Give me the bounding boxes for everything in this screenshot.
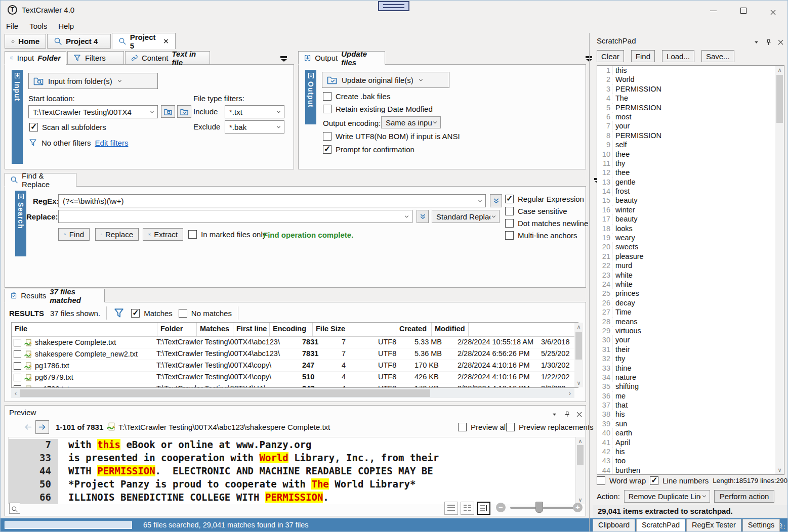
row-checkbox[interactable] [14, 385, 21, 388]
checkbox-icon[interactable] [650, 476, 658, 485]
tab-settings[interactable]: Settings [742, 519, 780, 532]
include-filter-combobox[interactable]: *.txt [225, 105, 284, 118]
regex-expand-button[interactable] [490, 194, 502, 207]
preview-close-icon[interactable] [575, 409, 583, 418]
checkbox-icon[interactable] [323, 145, 331, 154]
close-button[interactable] [762, 3, 784, 18]
verify-folder-button[interactable] [177, 105, 191, 118]
scratchpad-caret-icon[interactable] [753, 37, 760, 46]
results-horizontal-scrollbar[interactable]: ‹ › [11, 388, 574, 398]
panel-divider[interactable] [589, 33, 590, 531]
search-option-checkbox[interactable]: Regular Expression [505, 195, 588, 203]
find-button[interactable]: Find [58, 228, 90, 241]
row-checkbox[interactable] [14, 339, 21, 346]
input-source-dropdown[interactable]: Input from folder(s) [28, 73, 158, 89]
checkbox-icon[interactable] [29, 123, 38, 131]
browse-folder-button[interactable] [161, 105, 175, 118]
scratchpad-close-icon[interactable] [777, 37, 784, 46]
extract-button[interactable]: Extract [143, 228, 183, 241]
column-header[interactable]: File [12, 323, 157, 336]
tab-output[interactable]: Output Update files [298, 51, 385, 65]
tab-project-5[interactable]: Project 5 [112, 33, 176, 49]
replace-input[interactable] [58, 210, 412, 223]
table-row[interactable]: shakespere Complete.txt T:\TextCrawler T… [12, 337, 578, 348]
exclude-filter-combobox[interactable]: *.bak [225, 120, 284, 134]
scratchpad-pin-icon[interactable] [765, 37, 772, 46]
regex-input[interactable]: (?<=\bwith\s)(\w+) [58, 194, 486, 207]
checkbox-icon[interactable] [505, 195, 514, 203]
preview-zoom-icon[interactable] [9, 503, 20, 514]
checkbox-icon[interactable] [179, 309, 187, 318]
column-header[interactable]: Folder [157, 323, 197, 336]
scratchpad-button[interactable]: Find [631, 50, 655, 62]
input-panel-menu-icon[interactable] [280, 56, 287, 62]
column-header[interactable]: Encoding [270, 323, 313, 336]
table-row[interactable]: pg1786.txt T:\TextCrawler Testing\00TX4\… [12, 383, 578, 388]
replace-button[interactable]: Replace [95, 228, 139, 241]
scan-subfolders-checkbox[interactable]: Scan all subfolders [29, 123, 106, 131]
tab-clipboard[interactable]: Clipboard [593, 519, 635, 532]
minimize-button[interactable] [702, 3, 724, 18]
line-numbers-checkbox[interactable]: Line numbers [650, 476, 709, 485]
perform-action-button[interactable]: Perform action [714, 490, 775, 503]
preview-text-area[interactable]: 7 with this eBook or online at www.Panzy… [8, 437, 576, 504]
maximize-button[interactable] [732, 3, 755, 18]
tab-home[interactable]: Home [5, 34, 46, 49]
preview-vertical-scrollbar[interactable]: ∧ ∨ [576, 437, 585, 504]
view-mode-split-button[interactable] [477, 502, 490, 515]
tab-results[interactable]: Results 37 files matched [5, 289, 105, 302]
preview-all-checkbox[interactable]: Preview all [458, 423, 508, 431]
replace-mode-dropdown[interactable]: Standard Replace [432, 210, 500, 223]
menu-item[interactable]: File [1, 20, 24, 32]
create-bak-checkbox[interactable]: Create .bak files [323, 92, 390, 101]
marked-files-only-checkbox[interactable]: In marked files only [188, 230, 266, 239]
view-mode-two-column-button[interactable] [461, 502, 474, 515]
row-checkbox[interactable] [14, 350, 21, 358]
row-checkbox[interactable] [14, 362, 21, 370]
checkbox-icon[interactable] [323, 92, 331, 101]
scratchpad-scrollbar[interactable]: ∧ ∨ [775, 66, 784, 474]
checkbox-icon[interactable] [505, 207, 514, 215]
search-option-checkbox[interactable]: Dot matches newline [505, 219, 588, 228]
zoom-slider-track[interactable] [510, 507, 577, 509]
close-tab-icon[interactable] [163, 38, 169, 45]
checkbox-icon[interactable] [597, 476, 605, 485]
preview-prev-button[interactable] [21, 420, 35, 434]
search-option-checkbox[interactable]: Multi-line anchors [505, 231, 588, 240]
output-encoding-dropdown[interactable]: Same as input [381, 116, 441, 128]
checkbox-icon[interactable] [458, 423, 467, 431]
view-mode-single-button[interactable] [444, 502, 458, 515]
preview-next-button[interactable] [35, 420, 49, 434]
start-location-combobox[interactable]: T:\TextCrawler Testing\00TX4 [28, 105, 158, 118]
table-row[interactable]: pg1786.txt T:\TextCrawler Testing\00TX4\… [12, 360, 578, 372]
checkbox-icon[interactable] [323, 105, 331, 113]
column-header[interactable]: Modified [432, 323, 469, 336]
scratchpad-list[interactable]: 1 this 2 World 3 PERMISSION 4 The [597, 65, 784, 475]
table-row[interactable]: pg67979.txt T:\TextCrawler Testing\00TX4… [12, 372, 578, 383]
matches-filter-checkbox[interactable]: Matches [131, 309, 173, 318]
edit-filters-link[interactable]: Edit filters [95, 139, 129, 147]
checkbox-icon[interactable] [188, 230, 197, 239]
checkbox-icon[interactable] [505, 231, 514, 240]
preview-replacements-checkbox[interactable]: Preview replacements [506, 423, 594, 431]
scratchpad-button[interactable]: Clear [597, 50, 624, 62]
results-vertical-scrollbar[interactable]: ∧ ∨ [574, 323, 583, 387]
menu-item[interactable]: Help [53, 20, 79, 32]
checkbox-icon[interactable] [505, 219, 514, 228]
search-option-checkbox[interactable]: Case sensitive [505, 207, 588, 215]
action-dropdown[interactable]: Remove Duplicate Lines [624, 490, 710, 503]
resize-grip[interactable] [780, 524, 786, 530]
retain-date-checkbox[interactable]: Retain existing Date Modfied [323, 105, 433, 113]
zoom-out-button[interactable]: − [496, 503, 506, 512]
row-checkbox[interactable] [14, 374, 21, 381]
scratchpad-button[interactable]: Save... [701, 50, 734, 62]
output-mode-dropdown[interactable]: Update original file(s) [322, 72, 449, 88]
scratchpad-button[interactable]: Load... [662, 50, 694, 62]
tab-project-4[interactable]: Project 4 [47, 34, 111, 49]
tab-scratchpad[interactable]: ScratchPad [636, 519, 685, 532]
write-utf8-checkbox[interactable]: Write UTF8(No BOM) if input is ANSI [323, 132, 460, 141]
column-header[interactable]: File Size [313, 323, 396, 336]
checkbox-icon[interactable] [131, 309, 140, 318]
preview-pin-icon[interactable] [563, 409, 571, 418]
checkbox-icon[interactable] [323, 132, 331, 141]
